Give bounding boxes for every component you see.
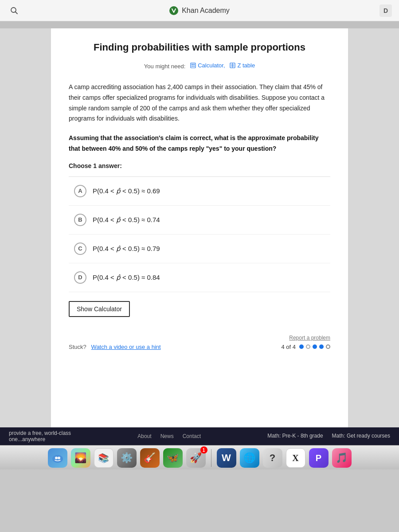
search-button[interactable]	[7, 4, 21, 18]
dot-5	[326, 344, 330, 349]
progress-label: 4 of 4	[281, 344, 296, 350]
content-wrapper: Finding probabilities with sample propor…	[0, 28, 399, 427]
dock-item-globe[interactable]: 🌐	[240, 448, 259, 468]
rocket-badge: 1	[200, 446, 207, 454]
gear-icon: ⚙️	[117, 448, 137, 468]
choose-label: Choose 1 answer:	[69, 162, 330, 169]
svg-point-14	[58, 457, 60, 459]
dock-item-books[interactable]: 📚	[94, 448, 113, 468]
bottom-row: Stuck? Watch a video or use a hint Repor…	[69, 335, 330, 350]
footer-math1: Math: Pre-K - 8th grade	[267, 433, 323, 440]
top-bar: Khan Academy D	[0, 0, 399, 21]
dock-item-gear[interactable]: ⚙️	[117, 448, 137, 468]
dot-2	[306, 344, 310, 349]
report-problem-link[interactable]: Report a problem	[289, 335, 330, 341]
problem-text: A camp accrediting association has 2,400…	[69, 82, 330, 124]
main-panel: Finding probabilities with sample propor…	[51, 28, 348, 427]
dock-item-music[interactable]: 🎵	[332, 448, 352, 468]
calculator-tool-link[interactable]: Calculator,	[190, 62, 225, 69]
svg-rect-6	[193, 66, 195, 66]
nature-icon: 🦋	[163, 448, 183, 468]
calculator-label: Calculator,	[198, 62, 225, 69]
gray-spacer	[0, 21, 399, 28]
answer-option-d[interactable]: D P(0.4 < p̂ < 0.5) ≈ 0.84	[69, 263, 330, 292]
footer: provide a free, world-class one...anywhe…	[0, 427, 399, 445]
word-icon: W	[217, 448, 236, 468]
option-circle-c: C	[74, 243, 86, 255]
watch-video-link[interactable]: Watch a video or use a hint	[91, 344, 161, 350]
svg-line-1	[16, 12, 18, 14]
dock-item-nature[interactable]: 🦋	[163, 448, 183, 468]
show-calculator-button[interactable]: Show Calculator	[69, 301, 130, 317]
browser-title: Khan Academy	[169, 6, 230, 15]
music-icon: 🎵	[332, 448, 352, 468]
calculator-icon	[190, 63, 196, 68]
dock-item-word[interactable]: W	[217, 448, 236, 468]
footer-news[interactable]: News	[160, 433, 174, 439]
ztable-label: Z table	[237, 62, 255, 69]
ka-logo-icon	[169, 6, 178, 15]
footer-right: Math: Pre-K - 8th grade Math: Get ready …	[267, 433, 390, 440]
dock-item-guitar[interactable]: 🎸	[140, 448, 160, 468]
option-circle-d: D	[74, 271, 86, 284]
browser-title-text: Khan Academy	[182, 7, 230, 15]
dock: 🌄 📚 ⚙️ 🎸 🦋 🚀 1 W 🌐	[0, 445, 399, 469]
help-icon: ?	[263, 448, 282, 468]
dot-1	[299, 344, 304, 349]
svg-rect-4	[193, 64, 195, 65]
dot-3	[313, 344, 317, 349]
dot-4	[319, 344, 324, 349]
rocket-icon: 🚀 1	[186, 448, 206, 468]
answer-option-c[interactable]: C P(0.4 < p̂ < 0.5) ≈ 0.79	[69, 235, 330, 263]
dock-separator	[211, 449, 211, 467]
footer-about[interactable]: About	[137, 433, 151, 439]
photos-icon: 🌄	[71, 448, 90, 468]
progress-dots	[299, 344, 330, 349]
globe-icon: 🌐	[240, 448, 259, 468]
page-title: Finding probabilities with sample propor…	[69, 42, 330, 53]
dock-item-rocket[interactable]: 🚀 1	[186, 448, 206, 468]
question-text: Assuming that the association's claim is…	[69, 133, 330, 154]
tools-row: You might need: Calculator,	[69, 62, 330, 70]
stuck-section: Stuck? Watch a video or use a hint	[69, 344, 161, 350]
dock-item-photos[interactable]: 🌄	[71, 448, 90, 468]
option-text-c: P(0.4 < p̂ < 0.5) ≈ 0.79	[93, 245, 160, 253]
progress-row: 4 of 4	[281, 344, 330, 350]
ztable-tool-link[interactable]: Z table	[230, 62, 255, 69]
svg-point-12	[52, 455, 63, 463]
guitar-icon: 🎸	[140, 448, 160, 468]
answer-option-b[interactable]: B P(0.4 < p̂ < 0.5) ≈ 0.74	[69, 206, 330, 235]
dock-item-x[interactable]: X	[286, 448, 305, 468]
dock-item-pen[interactable]: P	[309, 448, 329, 468]
svg-rect-5	[192, 66, 193, 66]
ztable-icon	[230, 63, 235, 68]
option-circle-b: B	[74, 214, 86, 226]
footer-links: About News Contact	[137, 433, 201, 439]
dock-item-help[interactable]: ?	[263, 448, 282, 468]
option-text-a: P(0.4 < p̂ < 0.5) ≈ 0.69	[93, 187, 160, 195]
pen-icon: P	[309, 448, 329, 468]
option-text-d: P(0.4 < p̂ < 0.5) ≈ 0.84	[93, 274, 160, 282]
books-icon: 📚	[94, 448, 113, 468]
footer-contact[interactable]: Contact	[183, 433, 201, 439]
option-text-b: P(0.4 < p̂ < 0.5) ≈ 0.74	[93, 216, 160, 224]
browser-action-btn[interactable]: D	[379, 4, 392, 17]
svg-point-13	[55, 457, 58, 459]
answer-options: A P(0.4 < p̂ < 0.5) ≈ 0.69 B P(0.4 < p̂ …	[69, 176, 330, 292]
svg-rect-2	[191, 63, 196, 68]
option-circle-a: A	[74, 185, 86, 197]
answer-option-a[interactable]: A P(0.4 < p̂ < 0.5) ≈ 0.69	[69, 177, 330, 206]
footer-math2: Math: Get ready courses	[332, 433, 390, 440]
finder-icon	[48, 448, 67, 468]
dock-item-finder[interactable]	[48, 448, 67, 468]
right-bottom: Report a problem 4 of 4	[281, 335, 330, 350]
footer-tagline: provide a free, world-class one...anywhe…	[9, 430, 71, 442]
svg-rect-3	[192, 64, 193, 65]
x-app-icon: X	[286, 448, 305, 468]
